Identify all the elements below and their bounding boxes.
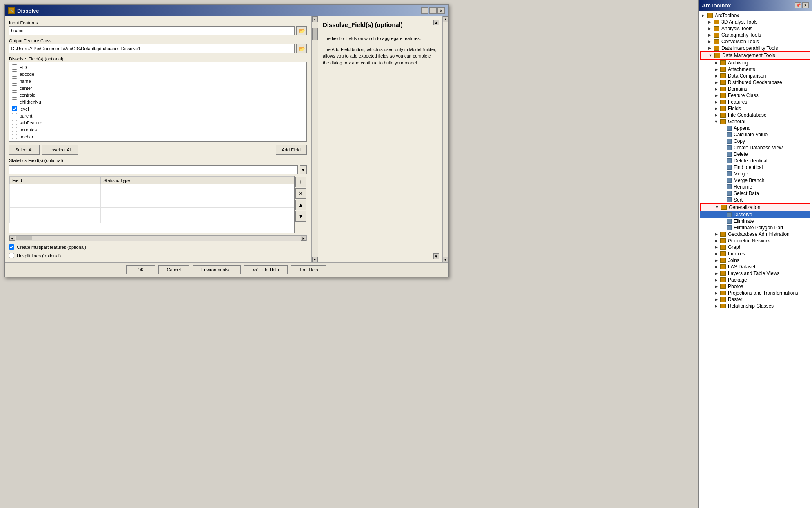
field-item-childrennu[interactable]: childrenNu [11,99,305,105]
tree-item-data-comparison[interactable]: ▶Data Comparison [700,73,810,79]
tree-item-eliminate-polygon-part[interactable]: Eliminate Polygon Part [700,224,810,231]
unsplit-lines-checkbox[interactable] [9,253,14,258]
tree-item-feature-class[interactable]: ▶Feature Class [700,92,810,99]
tree-item-analysis[interactable]: ▶Analysis Tools [700,25,810,32]
tree-item-find-identical[interactable]: Find Identical [700,164,810,171]
expand-icon-relationship-classes[interactable]: ▶ [713,303,719,309]
expand-icon-conversion[interactable]: ▶ [707,39,712,44]
expand-icon-data-interop[interactable]: ▶ [707,45,712,51]
expand-icon-eliminate-polygon-part[interactable] [720,225,725,231]
expand-icon-calculate-value[interactable] [720,132,725,138]
tree-item-data-mgmt[interactable]: ▼Data Management Tools [700,51,810,60]
expand-icon-append[interactable] [720,125,725,131]
field-checkbox-name[interactable] [12,78,17,84]
output-feature-class-input[interactable] [9,44,295,53]
create-multipart-option[interactable]: Create multipart features (optional) [9,244,307,250]
expand-icon-attachments[interactable]: ▶ [713,67,719,72]
field-item-centroid[interactable]: centroid [11,92,305,98]
close-button[interactable]: ✕ [437,7,445,14]
expand-icon-data-comparison[interactable]: ▶ [713,73,719,79]
expand-icon-raster[interactable]: ▶ [713,297,719,302]
expand-icon-merge-branch[interactable] [720,177,725,183]
minimize-button[interactable]: ─ [421,7,428,14]
tree-item-archiving[interactable]: ▶Archiving [700,60,810,66]
field-item-parent[interactable]: parent [11,113,305,119]
tree-item-attachments[interactable]: ▶Attachments [700,66,810,73]
field-checkbox-parent[interactable] [12,113,17,118]
tree-item-domains[interactable]: ▶Domains [700,86,810,92]
move-up-button[interactable]: ▲ [295,200,306,210]
expand-icon-fields[interactable]: ▶ [713,106,719,111]
tree-item-indexes[interactable]: ▶Indexes [700,251,810,257]
expand-icon-cartography[interactable]: ▶ [707,32,712,38]
expand-icon-file-geodatabase[interactable]: ▶ [713,112,719,118]
hide-help-button[interactable]: << Hide Help [244,265,287,274]
right-panel-scrollbar[interactable]: ▲ ▼ [442,16,448,262]
tree-item-package[interactable]: ▶Package [700,277,810,283]
field-item-fid[interactable]: FID [11,64,305,70]
tree-item-calculate-value[interactable]: Calculate Value [700,131,810,138]
delete-row-button[interactable]: ✕ [295,188,306,199]
toolbox-close-button[interactable]: ✕ [802,2,809,8]
expand-icon-copy[interactable] [720,138,725,144]
tree-item-fields[interactable]: ▶Fields [700,105,810,112]
expand-icon-find-identical[interactable] [720,164,725,170]
expand-icon-sort[interactable] [720,197,725,203]
tree-item-features[interactable]: ▶Features [700,99,810,105]
field-item-center[interactable]: center [11,85,305,91]
field-checkbox-center[interactable] [12,85,17,91]
tree-item-joins[interactable]: ▶Joins [700,257,810,264]
expand-icon-create-database-view[interactable] [720,145,725,151]
tree-item-relationship-classes[interactable]: ▶Relationship Classes [700,303,810,309]
expand-icon-delete[interactable] [720,151,725,157]
field-item-subfeature[interactable]: subFeature [11,120,305,126]
scroll-right-arrow[interactable]: ► [301,236,306,241]
field-checkbox-adchar[interactable] [12,134,17,139]
move-down-button[interactable]: ▼ [295,211,306,222]
tree-item-cartography[interactable]: ▶Cartography Tools [700,32,810,38]
expand-icon-projections[interactable]: ▶ [713,290,719,296]
tree-item-raster[interactable]: ▶Raster [700,296,810,303]
field-checkbox-adcode[interactable] [12,71,17,77]
tree-item-las-dataset[interactable]: ▶LAS Dataset [700,264,810,270]
tree-item-layers-table-views[interactable]: ▶Layers and Table Views [700,270,810,277]
field-item-name[interactable]: name [11,78,305,84]
expand-icon-merge[interactable] [720,171,725,177]
left-panel-scrollbar[interactable]: ▲ ▼ [311,16,318,262]
expand-icon-analysis[interactable]: ▶ [707,26,712,31]
tool-help-button[interactable]: Tool Help [291,265,327,274]
tree-item-arctoolbox[interactable]: ▶ArcToolbox [700,12,810,19]
scroll-left-arrow[interactable]: ◄ [9,236,15,241]
tree-item-graph[interactable]: ▶Graph [700,244,810,251]
tree-item-delete[interactable]: Delete [700,151,810,158]
tree-item-distributed-geodatabase[interactable]: ▶Distributed Geodatabase [700,79,810,86]
tree-item-rename[interactable]: Rename [700,184,810,190]
maximize-button[interactable]: □ [429,7,437,14]
tree-item-merge-branch[interactable]: Merge Branch [700,177,810,184]
tree-item-merge[interactable]: Merge [700,171,810,177]
toolbox-pin-button[interactable]: 📌 [795,2,801,8]
field-item-level[interactable]: level [11,106,305,112]
right-scroll-down[interactable]: ▼ [443,257,448,262]
expand-icon-photos[interactable]: ▶ [713,284,719,289]
tree-item-dissolve[interactable]: Dissolve [700,211,810,218]
expand-icon-general[interactable]: ▼ [713,119,719,124]
tree-item-conversion[interactable]: ▶Conversion Tools [700,38,810,45]
expand-icon-layers-table-views[interactable]: ▶ [713,271,719,276]
scroll-down-arrow[interactable]: ▼ [312,257,318,262]
scroll-up-arrow[interactable]: ▲ [312,16,318,22]
tree-item-3d-analyst[interactable]: ▶3D Analyst Tools [700,19,810,25]
unsplit-lines-option[interactable]: Unsplit lines (optional) [9,253,307,258]
tree-item-eliminate[interactable]: Eliminate [700,218,810,224]
expand-icon-distributed-geodatabase[interactable]: ▶ [713,80,719,85]
add-row-button[interactable]: ＋ [295,177,306,187]
scrollbar-thumb[interactable] [16,236,32,240]
add-field-button[interactable]: Add Field [276,145,307,155]
scroll-thumb-v[interactable] [312,28,318,40]
expand-icon-graph[interactable]: ▶ [713,244,719,250]
tree-item-geodatabase-admin[interactable]: ▶Geodatabase Administration [700,231,810,237]
help-scroll-up[interactable]: ▲ [433,20,439,25]
field-checkbox-fid[interactable] [12,64,17,70]
tree-item-create-database-view[interactable]: Create Database View [700,144,810,151]
select-all-button[interactable]: Select All [9,145,40,155]
